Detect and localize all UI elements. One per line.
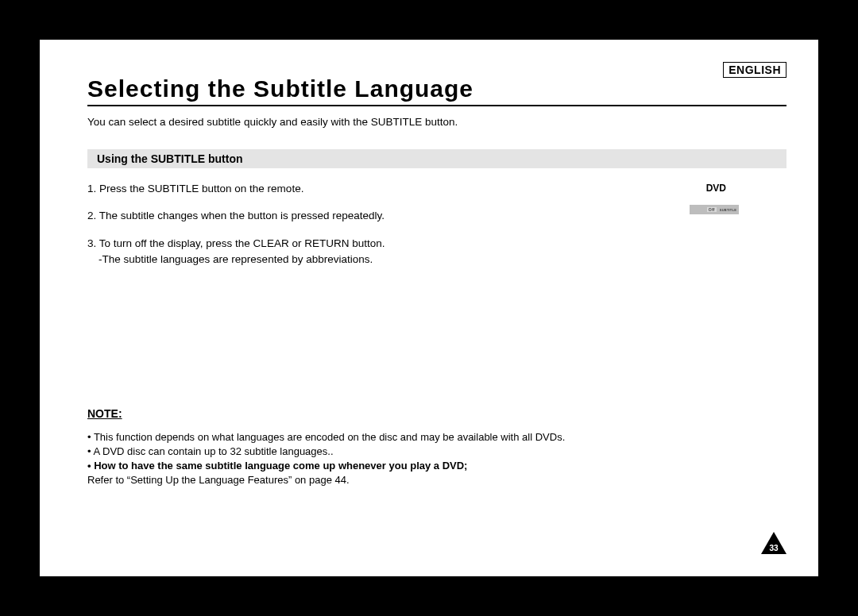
page-number: 33 (761, 544, 786, 552)
section-heading: Using the SUBTITLE button (87, 149, 786, 168)
osd-indicator: Off SUBTITLE (690, 205, 739, 214)
page-title: Selecting the Subtitle Language (87, 75, 473, 102)
osd-off-text: Off (707, 207, 717, 212)
step-3-line2: -The subtitle languages are represented … (99, 252, 628, 268)
note-line-2: • A DVD disc can contain up to 32 subtit… (87, 445, 771, 459)
note-line-4: Refer to “Setting Up the Language Featur… (87, 473, 771, 487)
title-rule (87, 105, 786, 106)
note-heading: NOTE: (87, 406, 771, 422)
step-3-line1: 3. To turn off the display, press the CL… (87, 236, 628, 252)
note-line-3: • How to have the same subtitle language… (87, 459, 771, 473)
step-2: 2. The subtitle changes when the button … (87, 208, 628, 224)
note-block: NOTE: • This function depends on what la… (87, 406, 771, 487)
steps-block: 1. Press the SUBTITLE button on the remo… (87, 181, 628, 279)
note-line-1: • This function depends on what language… (87, 430, 771, 445)
step-3: 3. To turn off the display, press the CL… (87, 236, 628, 268)
step-1: 1. Press the SUBTITLE button on the remo… (87, 181, 628, 197)
manual-page: ENGLISH Selecting the Subtitle Language … (40, 40, 818, 576)
osd-subtitle-text: SUBTITLE (720, 208, 736, 212)
dvd-label: DVD (706, 183, 726, 194)
language-tag: ENGLISH (723, 62, 786, 78)
intro-text: You can select a desired subtitle quickl… (87, 116, 458, 128)
